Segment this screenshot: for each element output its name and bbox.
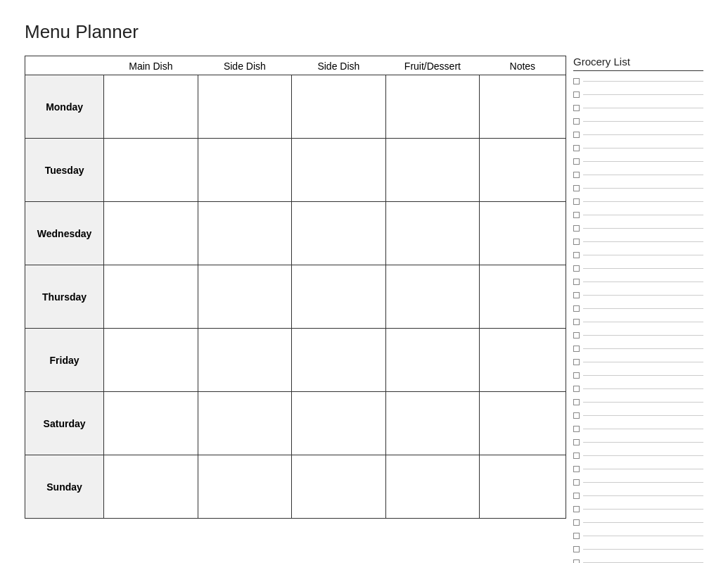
checkbox-icon[interactable]: [573, 91, 580, 98]
checkbox-icon[interactable]: [573, 372, 580, 379]
content-cell[interactable]: [198, 202, 292, 265]
notes-cell[interactable]: [480, 392, 566, 455]
content-cell[interactable]: [385, 265, 480, 329]
content-cell[interactable]: [104, 455, 198, 519]
list-item[interactable]: [573, 89, 703, 100]
content-cell[interactable]: [292, 202, 386, 265]
content-cell[interactable]: [104, 329, 198, 392]
list-item[interactable]: [573, 156, 703, 167]
notes-cell[interactable]: [480, 139, 566, 202]
list-item[interactable]: [573, 169, 703, 180]
checkbox-icon[interactable]: [573, 305, 580, 312]
checkbox-icon[interactable]: [573, 198, 580, 205]
content-cell[interactable]: [198, 139, 292, 202]
list-item[interactable]: [573, 383, 703, 394]
content-cell[interactable]: [198, 265, 292, 329]
checkbox-icon[interactable]: [573, 319, 580, 325]
checkbox-icon[interactable]: [573, 132, 580, 138]
list-item[interactable]: [573, 236, 703, 247]
list-item[interactable]: [573, 115, 703, 127]
checkbox-icon[interactable]: [573, 386, 580, 392]
checkbox-icon[interactable]: [573, 519, 580, 526]
list-item[interactable]: [573, 249, 703, 260]
notes-cell[interactable]: [480, 329, 566, 392]
list-item[interactable]: [573, 450, 703, 461]
content-cell[interactable]: [104, 392, 198, 455]
list-item[interactable]: [573, 75, 703, 87]
checkbox-icon[interactable]: [573, 479, 580, 486]
checkbox-icon[interactable]: [573, 399, 580, 405]
content-cell[interactable]: [385, 392, 480, 455]
content-cell[interactable]: [198, 392, 292, 455]
notes-cell[interactable]: [480, 455, 566, 519]
checkbox-icon[interactable]: [573, 172, 580, 178]
content-cell[interactable]: [104, 75, 198, 139]
list-item[interactable]: [573, 102, 703, 113]
list-item[interactable]: [573, 436, 703, 448]
content-cell[interactable]: [385, 329, 480, 392]
checkbox-icon[interactable]: [573, 145, 580, 151]
content-cell[interactable]: [385, 202, 480, 265]
list-item[interactable]: [573, 209, 703, 220]
checkbox-icon[interactable]: [573, 158, 580, 165]
list-item[interactable]: [573, 142, 703, 153]
list-item[interactable]: [573, 423, 703, 434]
list-item[interactable]: [573, 343, 703, 354]
notes-cell[interactable]: [480, 265, 566, 329]
checkbox-icon[interactable]: [573, 225, 580, 232]
checkbox-icon[interactable]: [573, 332, 580, 339]
checkbox-icon[interactable]: [573, 212, 580, 218]
checkbox-icon[interactable]: [573, 546, 580, 552]
checkbox-icon[interactable]: [573, 185, 580, 191]
list-item[interactable]: [573, 476, 703, 488]
checkbox-icon[interactable]: [573, 426, 580, 432]
content-cell[interactable]: [104, 265, 198, 329]
content-cell[interactable]: [385, 139, 480, 202]
content-cell[interactable]: [104, 139, 198, 202]
content-cell[interactable]: [198, 329, 292, 392]
list-item[interactable]: [573, 517, 703, 528]
content-cell[interactable]: [292, 455, 386, 519]
checkbox-icon[interactable]: [573, 239, 580, 245]
content-cell[interactable]: [385, 75, 480, 139]
checkbox-icon[interactable]: [573, 292, 580, 298]
list-item[interactable]: [573, 329, 703, 341]
content-cell[interactable]: [198, 75, 292, 139]
list-item[interactable]: [573, 303, 703, 314]
checkbox-icon[interactable]: [573, 279, 580, 285]
checkbox-icon[interactable]: [573, 453, 580, 459]
content-cell[interactable]: [292, 139, 386, 202]
content-cell[interactable]: [104, 202, 198, 265]
notes-cell[interactable]: [480, 75, 566, 139]
checkbox-icon[interactable]: [573, 105, 580, 111]
checkbox-icon[interactable]: [573, 346, 580, 352]
list-item[interactable]: [573, 490, 703, 501]
content-cell[interactable]: [292, 329, 386, 392]
content-cell[interactable]: [292, 265, 386, 329]
list-item[interactable]: [573, 316, 703, 327]
checkbox-icon[interactable]: [573, 265, 580, 272]
list-item[interactable]: [573, 530, 703, 541]
list-item[interactable]: [573, 289, 703, 301]
list-item[interactable]: [573, 196, 703, 207]
checkbox-icon[interactable]: [573, 506, 580, 512]
content-cell[interactable]: [385, 455, 480, 519]
content-cell[interactable]: [292, 392, 386, 455]
list-item[interactable]: [573, 410, 703, 421]
list-item[interactable]: [573, 396, 703, 407]
checkbox-icon[interactable]: [573, 466, 580, 472]
checkbox-icon[interactable]: [573, 559, 580, 564]
content-cell[interactable]: [198, 455, 292, 519]
checkbox-icon[interactable]: [573, 412, 580, 419]
list-item[interactable]: [573, 129, 703, 140]
checkbox-icon[interactable]: [573, 78, 580, 84]
notes-cell[interactable]: [480, 202, 566, 265]
checkbox-icon[interactable]: [573, 118, 580, 125]
checkbox-icon[interactable]: [573, 493, 580, 499]
checkbox-icon[interactable]: [573, 439, 580, 445]
checkbox-icon[interactable]: [573, 533, 580, 539]
list-item[interactable]: [573, 557, 703, 563]
content-cell[interactable]: [292, 75, 386, 139]
list-item[interactable]: [573, 262, 703, 274]
list-item[interactable]: [573, 503, 703, 514]
